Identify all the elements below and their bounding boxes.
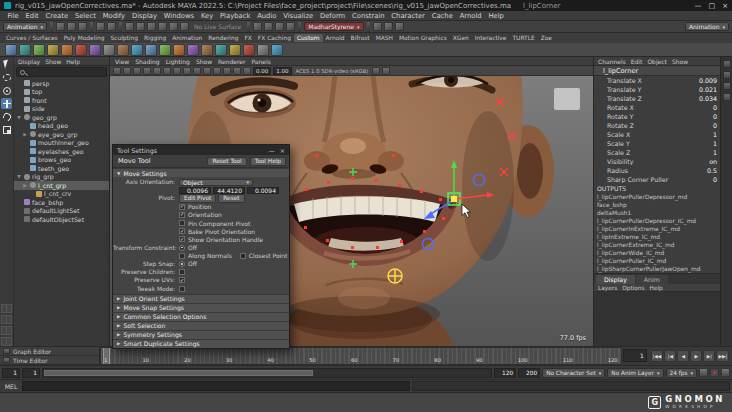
shelf-button[interactable] xyxy=(257,44,269,56)
channel-row[interactable]: Translate Y0.021 xyxy=(594,85,720,94)
section-move-settings[interactable]: ▼ Move Settings xyxy=(113,168,289,177)
menu-item[interactable]: Character xyxy=(388,12,428,20)
new-scene-icon[interactable] xyxy=(56,22,65,31)
menu-item[interactable]: Audio xyxy=(254,12,280,20)
viewport-menu-item[interactable]: View xyxy=(115,58,129,65)
menu-item[interactable]: Key xyxy=(198,12,217,20)
time-editor-tab[interactable]: Time Editor xyxy=(0,356,99,365)
channel-row[interactable]: Scale Y1 xyxy=(594,139,720,148)
outliner-item[interactable]: face_bshp xyxy=(14,198,109,207)
outliner-menu-item[interactable]: Help xyxy=(66,58,80,65)
step-snap-radio[interactable] xyxy=(179,261,185,267)
channel-row[interactable]: Radius0.5 xyxy=(594,166,720,175)
field-chart-icon[interactable] xyxy=(223,67,231,75)
current-frame-field[interactable]: 1 xyxy=(623,349,647,362)
section-smart-duplicate-settings[interactable]: ▶Smart Duplicate Settings xyxy=(113,339,289,348)
snap-point-icon[interactable] xyxy=(147,22,156,31)
set-key-icon[interactable] xyxy=(699,368,708,377)
shelf-tab[interactable]: Rigging xyxy=(141,34,169,42)
axis-x-field[interactable]: 0.0096 xyxy=(179,187,211,194)
snap-curve-icon[interactable] xyxy=(136,22,145,31)
move-tool-icon[interactable] xyxy=(1,98,12,109)
shelf-tab[interactable]: Motion Graphics xyxy=(396,34,450,42)
outliner-item[interactable]: defaultLightSet xyxy=(14,207,109,216)
shelf-tab[interactable]: MASH xyxy=(373,34,396,42)
shelf-button[interactable] xyxy=(117,44,129,56)
outliner-item[interactable]: top xyxy=(14,88,109,97)
output-node[interactable]: l_lipCornerInExtreme_IC_md xyxy=(594,225,720,233)
preserve-uvs-checkbox[interactable]: ✓ xyxy=(179,277,185,283)
shelf-button[interactable] xyxy=(229,44,241,56)
outliner-menu-item[interactable]: Display xyxy=(18,58,40,65)
shelf-tab[interactable]: XGen xyxy=(450,34,472,42)
layer-menu-item[interactable]: Layers xyxy=(598,285,617,291)
shelf-button[interactable] xyxy=(89,44,101,56)
viewport-menu-item[interactable]: Renderer xyxy=(218,58,245,65)
selected-object-name[interactable]: l_lipCorner xyxy=(594,66,720,76)
outliner-item[interactable]: mouthInner_geo xyxy=(14,139,109,148)
shelf-tab[interactable]: Interactive xyxy=(472,34,510,42)
menu-item[interactable]: Display xyxy=(129,12,161,20)
2d-pan-zoom-icon[interactable] xyxy=(163,67,171,75)
shelf-button[interactable] xyxy=(243,44,255,56)
viewport-menu-item[interactable]: Panels xyxy=(251,58,270,65)
viewport-menu-item[interactable]: Lighting xyxy=(166,58,190,65)
minimize-icon[interactable]: — xyxy=(695,2,702,10)
render-settings-icon[interactable] xyxy=(286,22,295,31)
channel-row[interactable]: Scale X1 xyxy=(594,130,720,139)
output-node[interactable]: l_lipCornerPullerDepressor_md xyxy=(594,193,720,201)
character-set-select[interactable]: No Character Set▾ xyxy=(542,368,605,378)
channel-row[interactable]: Visibilityon xyxy=(594,157,720,166)
select-camera-icon[interactable] xyxy=(113,67,121,75)
open-scene-icon[interactable] xyxy=(67,22,76,31)
sidebar-channel-box-icon[interactable] xyxy=(395,22,404,31)
section-soft-selection[interactable]: ▶Soft Selection xyxy=(113,321,289,330)
channel-row[interactable]: Rotate X0 xyxy=(594,103,720,112)
mel-toggle[interactable]: MEL xyxy=(2,383,20,390)
outliner-item-selected[interactable]: ▶l_cnt_grp xyxy=(14,181,109,190)
position-checkbox[interactable]: ✓ xyxy=(179,204,185,210)
menu-item[interactable]: Visualize xyxy=(280,12,317,20)
shelf-tab[interactable]: Poly Modeling xyxy=(61,34,108,42)
range-slider-handle[interactable] xyxy=(44,370,313,376)
tool-settings-toggle-icon[interactable] xyxy=(723,71,731,79)
section-symmetry-settings[interactable]: ▶Symmetry Settings xyxy=(113,330,289,339)
lock-camera-icon[interactable] xyxy=(123,67,131,75)
modeling-toolkit-toggle-icon[interactable] xyxy=(723,93,731,101)
menu-item[interactable]: Windows xyxy=(160,12,197,20)
shelf-button[interactable] xyxy=(33,44,45,56)
shelf-button[interactable] xyxy=(145,44,157,56)
lasso-tool-icon[interactable] xyxy=(1,72,12,83)
output-node[interactable]: l_lipCornerExtreme_IC_md xyxy=(594,241,720,249)
menu-item[interactable]: Help xyxy=(485,12,507,20)
output-node[interactable]: l_lipSharpCornerPullerJawOpen_md xyxy=(594,265,720,273)
maximize-icon[interactable]: □ xyxy=(709,2,716,10)
menu-item[interactable]: Cache xyxy=(428,12,456,20)
axis-y-field[interactable]: 44.4120 xyxy=(213,187,245,194)
shelf-button[interactable] xyxy=(215,44,227,56)
status-divider[interactable] xyxy=(90,22,93,32)
outliner-item[interactable]: l_cnt_crv xyxy=(14,190,109,199)
outliner-item[interactable]: side xyxy=(14,105,109,114)
selection-field[interactable]: MadharStyrene▾ xyxy=(304,22,363,31)
graph-editor-tab[interactable]: Graph Editor xyxy=(0,347,99,356)
snap-projected-center-icon[interactable] xyxy=(158,22,167,31)
menu-item[interactable]: Modify xyxy=(99,12,128,20)
output-node[interactable]: deltaMush1 xyxy=(594,209,720,217)
layer-menu-item[interactable]: Options xyxy=(622,285,644,291)
transform-constraint-radio[interactable] xyxy=(179,245,185,251)
outliner-item[interactable]: ▶eye_geo_grp xyxy=(14,130,109,139)
section-common-selection-options[interactable]: ▶Common Selection Options xyxy=(113,312,289,321)
shelf-button[interactable] xyxy=(159,44,171,56)
viewport-menu-item[interactable]: Show xyxy=(196,58,212,65)
sidebar-tool-settings-icon[interactable] xyxy=(384,22,393,31)
playback-start-field[interactable]: 1 xyxy=(22,368,40,378)
play-forwards-button[interactable]: ▶ xyxy=(690,350,702,362)
outliner-item[interactable]: head_geo xyxy=(14,122,109,131)
tab-display-layers[interactable]: Display xyxy=(596,275,635,284)
animation-end-field[interactable]: 200 xyxy=(518,368,540,378)
viewport-menu-item[interactable]: Shading xyxy=(135,58,159,65)
channel-row[interactable]: Translate Z0.034 xyxy=(594,94,720,103)
shelf-button[interactable] xyxy=(5,44,17,56)
channel-box-toggle-icon[interactable] xyxy=(723,82,731,90)
